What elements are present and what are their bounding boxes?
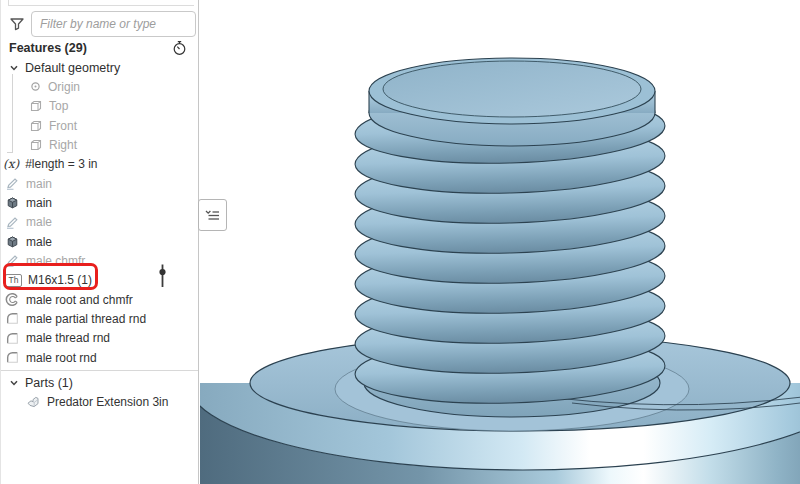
item-label: male partial thread rnd xyxy=(26,312,146,326)
item-label: male root rnd xyxy=(26,351,97,365)
tree-item-top-plane[interactable]: Top xyxy=(1,97,198,116)
plane-icon xyxy=(29,138,43,152)
sketch-pencil-icon xyxy=(5,253,20,268)
item-label: Front xyxy=(49,119,77,133)
tree-group-default-geometry[interactable]: Default geometry xyxy=(1,58,198,77)
extrude-icon xyxy=(5,234,20,249)
plane-icon xyxy=(29,99,43,113)
history-clock-icon[interactable] xyxy=(172,40,187,56)
model-threaded-stud[interactable] xyxy=(200,0,800,484)
feature-list-icon xyxy=(204,208,221,222)
item-label: male root and chmfr xyxy=(26,293,133,307)
filter-input[interactable] xyxy=(31,11,196,37)
feature-tree: Default geometry Origin Top Front xyxy=(1,58,198,412)
tree-item-length-variable[interactable]: (x) #length = 3 in xyxy=(1,155,198,174)
tree-item-male-root-and-chmfr[interactable]: male root and chmfr xyxy=(1,290,198,309)
chevron-down-icon[interactable] xyxy=(9,63,19,73)
item-label: #length = 3 in xyxy=(25,157,97,171)
item-label: main xyxy=(26,177,52,191)
group-label: Default geometry xyxy=(25,61,120,75)
plane-icon xyxy=(29,119,43,133)
tree-item-part-predator-extension[interactable]: Predator Extension 3in xyxy=(1,393,198,412)
pin-marker-icon[interactable] xyxy=(158,263,167,289)
item-label: male chmfr xyxy=(26,254,85,268)
variable-icon: (x) xyxy=(3,157,19,171)
tree-item-thread-m16[interactable]: Th M16x1.5 (1) xyxy=(1,271,198,290)
item-label: main xyxy=(26,196,52,210)
parts-section-divider xyxy=(1,370,198,371)
item-label: male xyxy=(26,235,52,249)
tree-item-main-extrude[interactable]: main xyxy=(1,193,198,212)
graphics-area[interactable] xyxy=(200,0,800,484)
tree-item-male-thread-rnd[interactable]: male thread rnd xyxy=(1,329,198,348)
tree-item-male-extrude[interactable]: male xyxy=(1,232,198,251)
tree-item-origin[interactable]: Origin xyxy=(1,77,198,96)
item-label: Predator Extension 3in xyxy=(47,395,168,409)
tree-item-male-root-rnd[interactable]: male root rnd xyxy=(1,348,198,367)
group-label: Parts (1) xyxy=(25,376,73,390)
model-top-cap[interactable] xyxy=(369,58,655,146)
panel-top-border xyxy=(8,5,194,6)
sweep-icon xyxy=(5,292,20,307)
tree-item-front-plane[interactable]: Front xyxy=(1,116,198,135)
chevron-down-icon[interactable] xyxy=(9,378,19,388)
item-label: M16x1.5 (1) xyxy=(28,273,92,287)
item-label: Origin xyxy=(48,80,80,94)
item-label: Top xyxy=(49,99,68,113)
fillet-icon xyxy=(5,350,20,365)
app-window: Features (29) Default geometry Origin xyxy=(0,0,800,484)
filter-bar xyxy=(1,11,198,37)
fillet-icon xyxy=(5,311,20,326)
item-label: Right xyxy=(49,138,77,152)
filter-funnel-icon[interactable] xyxy=(9,16,25,32)
tree-item-male-chmfr-sketch[interactable]: male chmfr xyxy=(1,251,198,270)
feature-tree-panel: Features (29) Default geometry Origin xyxy=(0,0,199,484)
panel-top-tick xyxy=(8,0,9,5)
item-label: male thread rnd xyxy=(26,331,110,345)
tree-item-male-sketch[interactable]: male xyxy=(1,213,198,232)
sketch-pencil-icon xyxy=(5,215,20,230)
tree-item-male-partial-thread-rnd[interactable]: male partial thread rnd xyxy=(1,309,198,328)
origin-icon xyxy=(29,80,42,93)
extrude-icon xyxy=(5,195,20,210)
sketch-pencil-icon xyxy=(5,176,20,191)
feature-list-toggle-button[interactable] xyxy=(198,199,227,231)
part-icon xyxy=(25,395,41,409)
fillet-icon xyxy=(5,331,20,346)
thread-feature-icon: Th xyxy=(5,274,22,287)
tree-item-main-sketch[interactable]: main xyxy=(1,174,198,193)
item-label: male xyxy=(26,215,52,229)
tree-item-right-plane[interactable]: Right xyxy=(1,135,198,154)
features-header: Features (29) xyxy=(9,41,87,55)
tree-group-parts[interactable]: Parts (1) xyxy=(1,373,198,392)
